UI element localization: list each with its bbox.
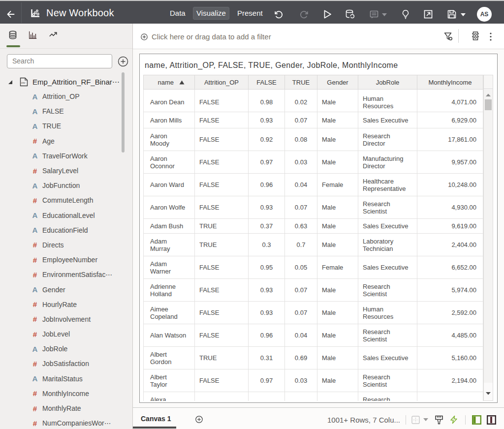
svg-text:csv: csv (21, 81, 26, 84)
